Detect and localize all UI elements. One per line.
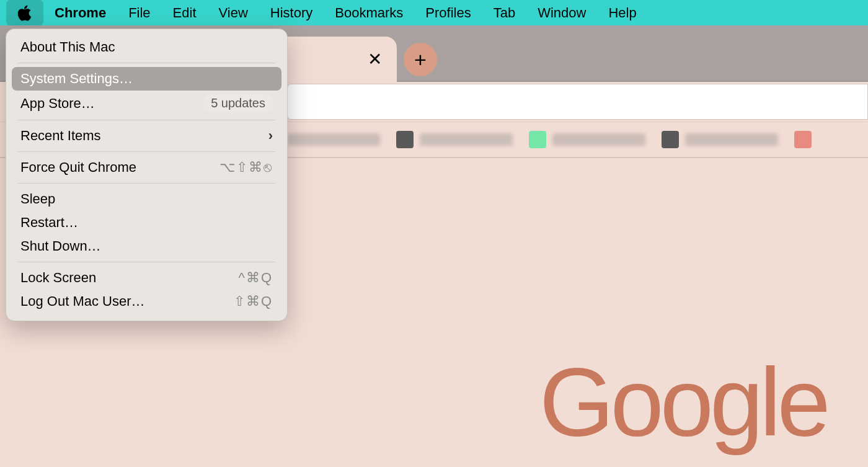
menu-label: Lock Screen bbox=[20, 270, 96, 286]
macos-menubar: Chrome File Edit View History Bookmarks … bbox=[0, 0, 868, 25]
menu-separator bbox=[18, 262, 275, 262]
address-bar[interactable] bbox=[287, 84, 868, 120]
menu-lock-screen[interactable]: Lock Screen ^⌘Q bbox=[12, 266, 281, 290]
apple-menu-button[interactable] bbox=[6, 0, 43, 25]
bookmark-item[interactable] bbox=[794, 131, 812, 148]
menu-label: Restart… bbox=[20, 215, 78, 231]
menu-label: Recent Items bbox=[20, 128, 101, 144]
bookmark-favicon bbox=[794, 131, 812, 148]
bookmark-item[interactable] bbox=[396, 131, 513, 148]
apple-menu-dropdown: About This Mac System Settings… App Stor… bbox=[6, 29, 288, 321]
menu-separator bbox=[18, 63, 275, 63]
menu-separator bbox=[18, 120, 275, 120]
menu-separator bbox=[18, 183, 275, 184]
menu-label: Sleep bbox=[20, 191, 55, 207]
bookmark-item[interactable] bbox=[287, 133, 380, 146]
menu-force-quit[interactable]: Force Quit Chrome ⌥⇧⌘⎋ bbox=[12, 156, 281, 179]
bookmark-label-blurred bbox=[420, 133, 513, 146]
menu-label: App Store… bbox=[20, 96, 95, 112]
menubar-window[interactable]: Window bbox=[526, 0, 597, 25]
menubar-history[interactable]: History bbox=[259, 0, 324, 25]
menu-app-store[interactable]: App Store… 5 updates bbox=[12, 91, 281, 116]
new-tab-button[interactable]: + bbox=[404, 43, 437, 76]
menu-about-this-mac[interactable]: About This Mac bbox=[12, 35, 281, 59]
apple-icon bbox=[17, 5, 33, 21]
updates-badge: 5 updates bbox=[203, 94, 273, 112]
menubar-view[interactable]: View bbox=[208, 0, 259, 25]
bookmark-label-blurred bbox=[287, 133, 380, 146]
menubar-tab[interactable]: Tab bbox=[482, 0, 526, 25]
menubar-app-name[interactable]: Chrome bbox=[43, 0, 117, 25]
menubar-bookmarks[interactable]: Bookmarks bbox=[324, 0, 414, 25]
plus-icon: + bbox=[414, 48, 427, 72]
menu-recent-items[interactable]: Recent Items › bbox=[12, 124, 281, 148]
close-tab-icon[interactable]: ✕ bbox=[368, 51, 382, 68]
bookmark-item[interactable] bbox=[662, 131, 778, 148]
chevron-right-icon: › bbox=[268, 128, 273, 144]
bookmark-favicon bbox=[662, 131, 679, 148]
menubar-help[interactable]: Help bbox=[597, 0, 647, 25]
keyboard-shortcut: ^⌘Q bbox=[239, 270, 273, 286]
menubar-profiles[interactable]: Profiles bbox=[414, 0, 482, 25]
keyboard-shortcut: ⇧⌘Q bbox=[234, 293, 273, 309]
menu-restart[interactable]: Restart… bbox=[12, 211, 281, 234]
menu-label: Force Quit Chrome bbox=[20, 159, 136, 176]
menubar-edit[interactable]: Edit bbox=[162, 0, 208, 25]
menu-label: About This Mac bbox=[20, 39, 115, 55]
menu-log-out[interactable]: Log Out Mac User… ⇧⌘Q bbox=[12, 290, 281, 313]
menu-system-settings[interactable]: System Settings… bbox=[12, 67, 281, 91]
keyboard-shortcut: ⌥⇧⌘⎋ bbox=[219, 159, 273, 176]
bookmark-label-blurred bbox=[552, 133, 645, 146]
bookmark-favicon bbox=[529, 131, 546, 148]
menu-sleep[interactable]: Sleep bbox=[12, 187, 281, 211]
menu-shut-down[interactable]: Shut Down… bbox=[12, 234, 281, 258]
menu-label: Log Out Mac User… bbox=[20, 293, 145, 309]
google-logo: Google bbox=[539, 347, 827, 458]
bookmark-label-blurred bbox=[685, 133, 778, 146]
bookmark-item[interactable] bbox=[529, 131, 645, 148]
menubar-file[interactable]: File bbox=[117, 0, 161, 25]
menu-label: System Settings… bbox=[20, 71, 133, 87]
menu-label: Shut Down… bbox=[20, 238, 101, 254]
menu-separator bbox=[18, 151, 275, 152]
bookmark-favicon bbox=[396, 131, 414, 148]
